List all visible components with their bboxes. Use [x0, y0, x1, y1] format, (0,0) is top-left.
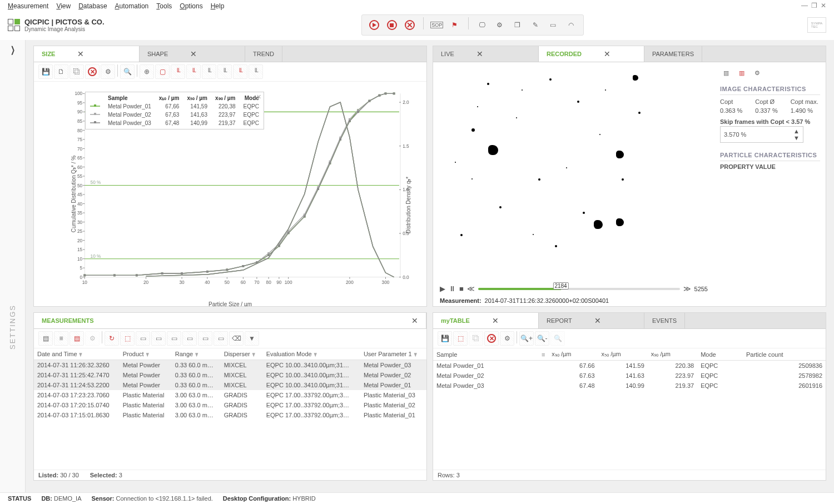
column-header[interactable]: Evaluation Mode▼: [263, 348, 360, 360]
column-header[interactable]: x₁₀ /µm: [548, 348, 598, 361]
m-tb-3[interactable]: ▤: [70, 331, 84, 346]
restore-icon[interactable]: ❐: [811, 2, 817, 9]
table-row[interactable]: Metal Powder_0267.63141.63223.97EQPC2578…: [433, 371, 826, 381]
roi-del-icon[interactable]: ▥: [736, 67, 748, 79]
mt-save-icon[interactable]: 💾: [438, 331, 452, 346]
tab-size[interactable]: SIZE✕: [34, 46, 140, 62]
m-tb-row6[interactable]: ▭: [214, 331, 228, 346]
column-header[interactable]: ≡: [536, 348, 548, 361]
axis-2-icon[interactable]: ╙: [186, 64, 201, 79]
mt-gear-icon[interactable]: ⚙: [500, 331, 514, 346]
rewind-icon[interactable]: ≪: [467, 285, 475, 293]
tab-recorded[interactable]: RECORDED✕: [539, 46, 644, 62]
close-icon[interactable]: ✕: [77, 49, 84, 58]
m-tb-row1[interactable]: ▭: [136, 331, 150, 346]
roi-square-icon[interactable]: ▢: [155, 64, 170, 79]
close-icon[interactable]: ✕: [492, 316, 499, 325]
target-icon[interactable]: ⊕: [140, 64, 154, 79]
m-tb-refresh[interactable]: ↻: [105, 331, 119, 346]
gauge-button[interactable]: ◠: [563, 17, 579, 33]
column-header[interactable]: Particle count: [743, 348, 826, 361]
column-header[interactable]: Date and Time▼: [34, 348, 120, 360]
m-tb-row2[interactable]: ▭: [151, 331, 166, 346]
column-header[interactable]: User Parameter 1▼: [360, 348, 426, 360]
pause-icon[interactable]: ⏸: [449, 285, 456, 293]
tab-report[interactable]: REPORT✕: [539, 313, 644, 328]
m-tb-filter[interactable]: ▼: [245, 331, 259, 346]
record-button[interactable]: [366, 17, 382, 33]
m-tb-row3[interactable]: ▭: [167, 331, 181, 346]
mt-zoomx-icon[interactable]: 🔍: [550, 331, 565, 346]
axis-3-icon[interactable]: ╙: [202, 64, 216, 79]
particle-viewer[interactable]: [438, 67, 710, 278]
stop-icon[interactable]: ■: [459, 285, 464, 293]
sliders-button[interactable]: ⚙: [492, 17, 508, 33]
axis-1-icon[interactable]: ╙: [171, 64, 185, 79]
column-header[interactable]: Mode: [697, 348, 743, 361]
close-window-icon[interactable]: ✕: [821, 2, 826, 9]
axis-5-icon[interactable]: ╙: [233, 64, 247, 79]
menu-measurement[interactable]: Measurement: [8, 2, 48, 10]
roi-tool-icon[interactable]: ▥: [720, 67, 732, 79]
m-tb-row4[interactable]: ▭: [182, 331, 197, 346]
rect-button[interactable]: ▭: [545, 17, 561, 33]
stop-button[interactable]: [384, 17, 400, 33]
forward-icon[interactable]: ≫: [683, 285, 691, 293]
tab-trend[interactable]: TREND: [245, 46, 282, 62]
sidebar-toggle[interactable]: ❯: [11, 44, 15, 55]
table-row[interactable]: Metal Powder_0167.66141.59220.38EQPC2509…: [433, 361, 826, 371]
mt-roi-icon[interactable]: ⬚: [453, 331, 468, 346]
mt-del-icon[interactable]: ✕: [484, 331, 499, 346]
flag-button[interactable]: ⚑: [447, 17, 463, 33]
monitor-button[interactable]: 🖵: [474, 17, 490, 33]
tab-live[interactable]: LIVE✕: [433, 46, 539, 62]
menu-automation[interactable]: Automation: [115, 2, 149, 10]
zoom-icon[interactable]: 🔍: [120, 64, 135, 79]
column-header[interactable]: x₅₀ /µm: [598, 348, 648, 361]
close-icon[interactable]: ✕: [476, 49, 483, 58]
page-zoom-icon[interactable]: 🗋: [54, 64, 68, 79]
table-row[interactable]: Metal Powder_0367.48140.99219.37EQPC2601…: [433, 381, 826, 391]
column-header[interactable]: Sample: [433, 348, 536, 361]
tab-measurements[interactable]: MEASUREMENTS ✕: [34, 313, 426, 328]
frame-slider[interactable]: 2184: [478, 288, 680, 290]
minimize-icon[interactable]: —: [801, 2, 808, 9]
windows-button[interactable]: ❐: [510, 17, 525, 33]
menu-options[interactable]: Options: [180, 2, 202, 10]
copy-icon[interactable]: ⿻: [70, 64, 84, 79]
close-icon[interactable]: ✕: [411, 316, 418, 325]
save-icon[interactable]: 💾: [38, 64, 53, 79]
dropper-button[interactable]: ✎: [528, 17, 543, 33]
table-row[interactable]: 2014-07-03 17:20:15.0740Plastic Material…: [34, 400, 426, 410]
close-icon[interactable]: ✕: [594, 316, 601, 325]
legend-close-icon[interactable]: ✕: [256, 93, 261, 101]
axis-4-icon[interactable]: ╙: [217, 64, 232, 79]
chart-legend[interactable]: ✕ Samplex₁₀ / µmx₅₀ / µmx₉₀ / µmModeMeta…: [85, 92, 264, 129]
column-header[interactable]: x₉₀ /µm: [648, 348, 697, 361]
gear-red-icon[interactable]: ⚙: [751, 67, 763, 79]
measurements-table[interactable]: Date and Time▼Product▼Range▼Disperser▼Ev…: [34, 348, 426, 420]
menu-tools[interactable]: Tools: [156, 2, 172, 10]
mt-zoomout-icon[interactable]: 🔍-: [535, 331, 549, 346]
menu-help[interactable]: Help: [211, 2, 225, 10]
menu-view[interactable]: View: [56, 2, 71, 10]
menu-database[interactable]: Database: [78, 2, 107, 10]
m-tb-4[interactable]: ⚙: [85, 331, 100, 346]
mt-copy-icon[interactable]: ⿻: [469, 331, 483, 346]
table-row[interactable]: 2014-07-31 11:25:42.7470Metal Powder0.33…: [34, 370, 426, 380]
play-icon[interactable]: ▶: [440, 285, 445, 293]
tab-shape[interactable]: SHAPE✕: [140, 46, 245, 62]
column-header[interactable]: Disperser▼: [221, 348, 263, 360]
delete-icon[interactable]: ✕: [85, 64, 100, 79]
gear-icon[interactable]: ⚙: [101, 64, 115, 79]
table-row[interactable]: 2014-07-03 17:23:23.7060Plastic Material…: [34, 390, 426, 400]
m-tb-row5[interactable]: ▭: [198, 331, 212, 346]
mt-zoomin-icon[interactable]: 🔍+: [519, 331, 534, 346]
chart-area[interactable]: 90 % 50 % 10 % 0510152025303540455055606…: [34, 82, 426, 306]
mytable-table[interactable]: Sample≡x₁₀ /µmx₅₀ /µmx₉₀ /µmModeParticle…: [433, 348, 826, 391]
m-tb-1[interactable]: ▤: [38, 331, 53, 346]
tab-events[interactable]: EVENTS: [644, 313, 685, 328]
m-tb-roi[interactable]: ⬚: [120, 331, 135, 346]
table-row[interactable]: 2014-07-03 17:15:01.8630Plastic Material…: [34, 410, 426, 420]
close-icon[interactable]: ✕: [604, 49, 610, 58]
